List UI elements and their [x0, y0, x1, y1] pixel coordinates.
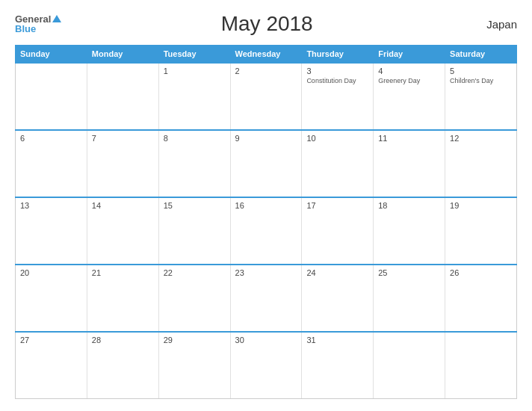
day-number: 5 [450, 67, 512, 75]
day-number: 19 [450, 201, 512, 210]
day-cell: 30 [230, 332, 302, 399]
header: General Blue May 2018 Japan [15, 12, 517, 36]
day-number: 11 [378, 134, 440, 143]
day-cell: 2 [230, 63, 302, 130]
col-sunday: Sunday [16, 46, 87, 64]
day-number: 7 [92, 134, 154, 143]
day-cell: 12 [445, 130, 517, 197]
logo-blue-text: Blue [15, 24, 36, 34]
country-label: Japan [472, 18, 517, 31]
day-number: 10 [306, 134, 368, 143]
day-cell: 5Children's Day [445, 63, 517, 130]
day-cell: 10 [302, 130, 374, 197]
day-cell: 4Greenery Day [374, 63, 445, 130]
col-friday: Friday [374, 46, 445, 64]
day-cell: 17 [302, 197, 374, 265]
col-thursday: Thursday [302, 46, 374, 64]
day-cell: 11 [374, 130, 445, 197]
day-cell: 23 [230, 265, 302, 332]
day-cell [374, 332, 445, 399]
days-header-row: Sunday Monday Tuesday Wednesday Thursday… [16, 46, 517, 64]
day-number: 16 [235, 201, 297, 210]
day-number: 2 [235, 67, 297, 75]
week-row-4: 20212223242526 [16, 265, 517, 332]
col-monday: Monday [87, 46, 158, 64]
day-cell: 13 [16, 197, 87, 265]
day-number: 31 [306, 336, 368, 344]
col-saturday: Saturday [445, 46, 517, 64]
day-cell: 27 [16, 332, 87, 399]
calendar-page: General Blue May 2018 Japan Sunday Monda… [0, 0, 532, 411]
day-cell: 3Constitution Day [302, 63, 374, 130]
day-number: 22 [164, 268, 226, 277]
day-number: 27 [20, 336, 82, 344]
day-cell: 19 [445, 197, 517, 265]
calendar-table: Sunday Monday Tuesday Wednesday Thursday… [15, 45, 517, 399]
col-wednesday: Wednesday [230, 46, 302, 64]
day-number: 1 [164, 67, 226, 75]
logo: General Blue [15, 14, 61, 34]
day-number: 9 [235, 134, 297, 143]
day-cell: 31 [302, 332, 374, 399]
day-number: 23 [235, 268, 297, 277]
day-number: 8 [164, 134, 226, 143]
day-cell: 28 [87, 332, 158, 399]
day-cell: 18 [374, 197, 445, 265]
week-row-5: 2728293031 [16, 332, 517, 399]
day-cell: 29 [158, 332, 230, 399]
day-number: 30 [235, 336, 297, 344]
day-cell [445, 332, 517, 399]
logo-triangle-icon [52, 15, 61, 22]
calendar-title: May 2018 [61, 12, 472, 36]
day-cell [87, 63, 158, 130]
day-number: 29 [164, 336, 226, 344]
day-number: 25 [378, 268, 440, 277]
day-cell: 7 [87, 130, 158, 197]
day-number: 12 [450, 134, 512, 143]
day-cell [16, 63, 87, 130]
day-number: 13 [20, 201, 82, 210]
day-event: Greenery Day [378, 77, 440, 86]
day-number: 26 [450, 268, 512, 277]
day-event: Children's Day [450, 77, 512, 86]
day-number: 6 [20, 134, 82, 143]
day-number: 14 [92, 201, 154, 210]
day-cell: 8 [158, 130, 230, 197]
day-number: 18 [378, 201, 440, 210]
day-cell: 14 [87, 197, 158, 265]
day-number: 15 [164, 201, 226, 210]
day-number: 28 [92, 336, 154, 344]
day-number: 24 [306, 268, 368, 277]
week-row-2: 6789101112 [16, 130, 517, 197]
week-row-1: 123Constitution Day4Greenery Day5Childre… [16, 63, 517, 130]
day-cell: 26 [445, 265, 517, 332]
day-cell: 22 [158, 265, 230, 332]
day-cell: 15 [158, 197, 230, 265]
day-cell: 6 [16, 130, 87, 197]
day-cell: 9 [230, 130, 302, 197]
day-cell: 16 [230, 197, 302, 265]
day-event: Constitution Day [306, 77, 368, 86]
day-number: 4 [378, 67, 440, 75]
day-number: 21 [92, 268, 154, 277]
day-cell: 25 [374, 265, 445, 332]
col-tuesday: Tuesday [158, 46, 230, 64]
day-number: 3 [306, 67, 368, 75]
day-cell: 21 [87, 265, 158, 332]
day-cell: 24 [302, 265, 374, 332]
week-row-3: 13141516171819 [16, 197, 517, 265]
day-cell: 20 [16, 265, 87, 332]
day-cell: 1 [158, 63, 230, 130]
day-number: 17 [306, 201, 368, 210]
day-number: 20 [20, 268, 82, 277]
